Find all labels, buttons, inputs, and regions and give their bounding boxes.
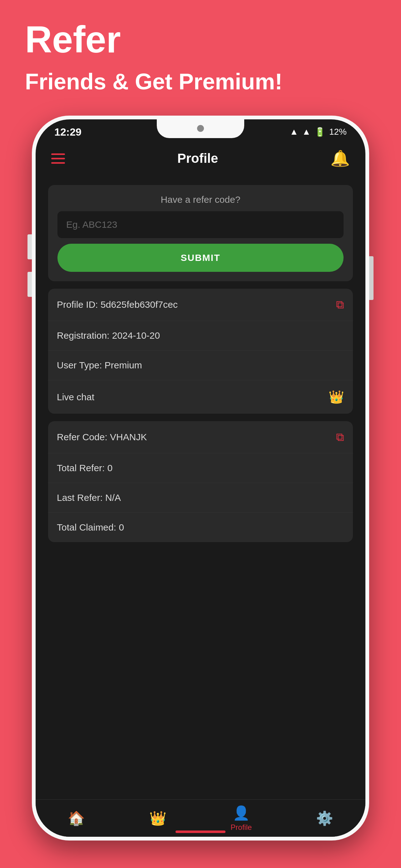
- last-refer-text: Last Refer: N/A: [57, 492, 121, 503]
- profile-id-text: Profile ID: 5d625feb630f7cec: [57, 299, 178, 310]
- profile-icon: 👤: [233, 805, 250, 821]
- nav-home[interactable]: 🏠: [68, 810, 85, 827]
- volume-down-button[interactable]: [28, 272, 32, 297]
- last-refer-row: Last Refer: N/A: [48, 483, 353, 513]
- refer-code-row: Refer Code: VHANJK ⧉: [48, 421, 353, 453]
- nav-crown[interactable]: 👑: [149, 810, 166, 827]
- battery-percent: 12%: [329, 127, 347, 137]
- total-refer-text: Total Refer: 0: [57, 463, 112, 473]
- live-chat-text: Live chat: [57, 392, 94, 402]
- signal-icon: ▲: [302, 127, 311, 137]
- premium-crown-icon: 👑: [329, 390, 344, 404]
- wifi-icon: ▲: [290, 127, 299, 137]
- profile-info-card: Profile ID: 5d625feb630f7cec ⧉ Registrat…: [48, 289, 353, 414]
- settings-icon: ⚙️: [316, 810, 333, 827]
- crown-nav-icon: 👑: [149, 810, 166, 827]
- page-title: Profile: [177, 151, 218, 166]
- home-icon: 🏠: [68, 810, 85, 827]
- user-type-text: User Type: Premium: [57, 360, 142, 371]
- refer-code-placeholder: Eg. ABC123: [66, 219, 117, 230]
- camera: [197, 125, 204, 132]
- refer-code-card: Have a refer code? Eg. ABC123 SUBMIT: [48, 185, 353, 281]
- nav-settings[interactable]: ⚙️: [316, 810, 333, 827]
- volume-up-button[interactable]: [28, 234, 32, 259]
- total-claimed-text: Total Claimed: 0: [57, 522, 124, 533]
- status-icons: ▲ ▲ 🔋 12%: [290, 127, 347, 137]
- profile-id-row: Profile ID: 5d625feb630f7cec ⧉: [48, 289, 353, 321]
- user-type-row: User Type: Premium: [48, 350, 353, 380]
- live-chat-row[interactable]: Live chat 👑: [48, 380, 353, 414]
- refer-stats-card: Refer Code: VHANJK ⧉ Total Refer: 0 Last…: [48, 421, 353, 542]
- home-indicator: [175, 831, 226, 833]
- status-time: 12:29: [54, 126, 81, 138]
- bg-subtitle: Friends & Get Premium!: [25, 69, 282, 94]
- profile-nav-label: Profile: [231, 823, 252, 832]
- content-area: Have a refer code? Eg. ABC123 SUBMIT Pro…: [36, 176, 365, 799]
- power-button[interactable]: [369, 256, 373, 300]
- nav-profile[interactable]: 👤 Profile: [231, 805, 252, 832]
- total-refer-row: Total Refer: 0: [48, 453, 353, 483]
- menu-button[interactable]: [51, 153, 65, 164]
- phone-frame: 12:29 ▲ ▲ 🔋 12% Profile 🔔 Have a refer c…: [32, 116, 369, 840]
- refer-code-label: Have a refer code?: [58, 194, 343, 205]
- notification-bell-icon[interactable]: 🔔: [330, 149, 350, 167]
- battery-icon: 🔋: [314, 127, 326, 137]
- app-header: Profile 🔔: [36, 144, 365, 173]
- submit-label: SUBMIT: [181, 252, 221, 263]
- copy-refer-code-icon[interactable]: ⧉: [336, 431, 344, 444]
- bg-title: Refer: [25, 19, 121, 60]
- total-claimed-row: Total Claimed: 0: [48, 513, 353, 542]
- phone-screen: 12:29 ▲ ▲ 🔋 12% Profile 🔔 Have a refer c…: [36, 119, 365, 837]
- registration-row: Registration: 2024-10-20: [48, 321, 353, 350]
- refer-code-input[interactable]: Eg. ABC123: [58, 211, 343, 238]
- copy-profile-id-icon[interactable]: ⧉: [336, 298, 344, 311]
- registration-text: Registration: 2024-10-20: [57, 330, 160, 341]
- refer-code-text: Refer Code: VHANJK: [57, 432, 147, 442]
- submit-button[interactable]: SUBMIT: [58, 244, 343, 272]
- notch: [157, 119, 244, 138]
